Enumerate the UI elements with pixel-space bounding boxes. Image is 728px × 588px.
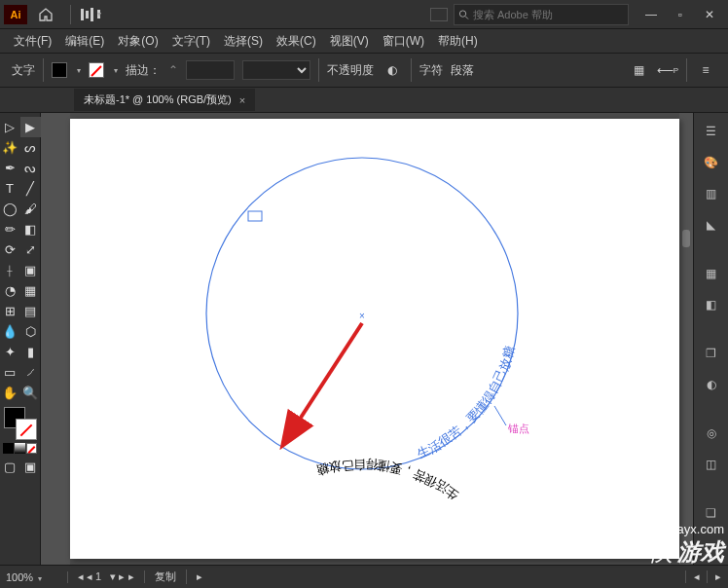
slice-tool[interactable]: ⟋ [20,362,41,383]
gradient-panel-icon[interactable]: ◧ [701,294,722,315]
eyedropper-tool[interactable]: 💧 [0,321,20,342]
menu-window[interactable]: 窗口(W) [377,31,430,52]
blend-tool[interactable]: ⬡ [20,321,41,342]
main-area: ▷▶ ✨ᔕ ✒ᔓ T╱ ◯🖌 ✏◧ ⟳⤢ ⟊▣ ◔▦ ⊞▤ 💧⬡ ✦▮ ▭⟋ ✋… [0,113,728,565]
graph-tool[interactable]: ▮ [20,342,41,362]
width-tool[interactable]: ⟊ [0,260,20,280]
free-transform-tool[interactable]: ▣ [20,260,41,280]
arrange-documents-icon[interactable]: ▾ [77,7,100,22]
stroke-profile-select[interactable] [242,60,310,80]
menu-type[interactable]: 文字(T) [166,31,216,52]
right-panel-dock: ☰ 🎨 ▥ ◣ ▦ ◧ ❐ ◐ ◎ ◫ ❏ [693,113,728,565]
canvas-gutter [41,113,70,565]
curvature-tool[interactable]: ᔓ [20,158,41,178]
titlebar: Ai ▾ — ▫ ✕ [0,0,728,29]
fill-swatch[interactable] [52,62,67,78]
artboard-tool[interactable]: ▭ [0,362,20,383]
color-panel-icon[interactable]: 🎨 [701,152,722,173]
line-tool[interactable]: ╱ [20,178,41,199]
app-logo: Ai [4,5,27,24]
color-mode-gradient[interactable] [15,443,25,454]
svg-point-0 [459,10,465,16]
opacity-icon[interactable]: ◐ [382,59,403,81]
menu-effect[interactable]: 效果(C) [271,31,322,52]
stroke-panel-icon[interactable]: ▦ [701,263,722,284]
align-icon[interactable]: ▦ [628,59,649,81]
scroll-left[interactable]: ◂ [685,570,707,583]
perspective-tool[interactable]: ▦ [20,280,41,301]
artboard-nav[interactable]: ◂ ◂ 1 ▾ ▸ ▸ [68,570,145,583]
panel-menu-icon[interactable]: ≡ [695,59,716,81]
close-button[interactable]: ✕ [695,3,724,26]
shaper-tool[interactable]: ✏ [0,219,20,239]
document-tab[interactable]: 未标题-1* @ 100% (RGB/预览) × [74,89,255,111]
menu-edit[interactable]: 编辑(E) [59,31,110,52]
menu-help[interactable]: 帮助(H) [432,31,484,52]
appearance-panel-icon[interactable]: ◎ [701,423,722,444]
search-box[interactable] [454,4,629,25]
properties-panel-icon[interactable]: ☰ [701,121,722,142]
workspace-icon[interactable] [430,8,448,21]
path-text-top[interactable]: 生活很苦，要懂得自己放糖 [415,345,517,461]
stroke-label: 描边： [126,62,161,79]
mesh-tool[interactable]: ⊞ [0,301,20,321]
stroke-weight-input[interactable] [186,60,235,80]
color-mode-solid[interactable] [3,443,14,454]
menu-object[interactable]: 对象(O) [112,31,164,52]
fill-stroke-picker[interactable] [4,407,37,440]
rotate-tool[interactable]: ⟳ [0,239,20,260]
path-text-bottom[interactable]: 生活很苦，要懂得自己放糖 [314,458,460,503]
search-icon [458,9,469,20]
menu-view[interactable]: 视图(V) [324,31,375,52]
gradient-tool[interactable]: ▤ [20,301,41,321]
document-tab-title: 未标题-1* @ 100% (RGB/预览) [84,92,232,107]
text-in-port[interactable] [248,211,262,221]
search-input[interactable] [473,9,624,20]
eraser-tool[interactable]: ◧ [20,219,41,239]
mode-label: 文字 [12,62,35,79]
selection-tool[interactable]: ▷ [0,117,20,137]
transform-icon[interactable]: ⟵P [657,59,678,81]
chevron-down-icon: ▾ [77,66,81,75]
brushes-panel-icon[interactable]: ◣ [701,214,722,236]
magic-wand-tool[interactable]: ✨ [0,137,20,158]
transparency-panel-icon[interactable]: ◐ [701,374,722,395]
maximize-button[interactable]: ▫ [666,3,695,26]
artboard[interactable]: 生活很苦，要懂得自己放糖 生活很苦，要懂得自己放糖 锚点 × [70,119,679,559]
direct-selection-tool[interactable]: ▶ [20,117,41,137]
zoom-level[interactable]: 100% ▾ [0,571,68,583]
vertical-scrollbar[interactable] [679,113,693,565]
scale-tool[interactable]: ⤢ [20,239,41,260]
text-out-port[interactable] [494,406,506,425]
swatches-panel-icon[interactable]: ▥ [701,183,722,204]
hand-tool[interactable]: ✋ [0,383,20,403]
color-mode-none[interactable] [26,443,37,454]
char-panel-link[interactable]: 字符 [419,62,443,79]
tab-close-icon[interactable]: × [239,94,245,106]
type-tool[interactable]: T [0,178,20,199]
menu-file[interactable]: 文件(F) [8,31,57,52]
symbols-panel-icon[interactable]: ❏ [701,502,722,524]
shape-builder-tool[interactable]: ◔ [0,280,20,301]
chevron-down-icon: ▾ [114,66,118,75]
ellipse-tool[interactable]: ◯ [0,199,20,219]
lasso-tool[interactable]: ᔕ [20,137,41,158]
para-panel-link[interactable]: 段落 [451,62,474,79]
scroll-right[interactable]: ▸ [707,570,728,583]
center-point: × [359,311,365,321]
graphic-styles-panel-icon[interactable]: ◫ [701,454,722,475]
status-mode[interactable]: 复制 [145,570,187,584]
home-icon[interactable] [33,4,58,25]
stroke-color[interactable] [16,419,37,440]
color-mode-swatches [3,443,37,454]
zoom-tool[interactable]: 🔍 [20,383,41,403]
menu-select[interactable]: 选择(S) [218,31,269,52]
pen-tool[interactable]: ✒ [0,158,20,178]
screen-mode-normal[interactable]: ▢ [0,457,20,477]
stroke-swatch[interactable] [89,62,104,78]
paintbrush-tool[interactable]: 🖌 [20,199,41,219]
layers-panel-icon[interactable]: ❐ [701,343,722,364]
symbol-sprayer-tool[interactable]: ✦ [0,342,20,362]
minimize-button[interactable]: — [637,3,666,26]
screen-mode-full[interactable]: ▣ [20,457,41,477]
